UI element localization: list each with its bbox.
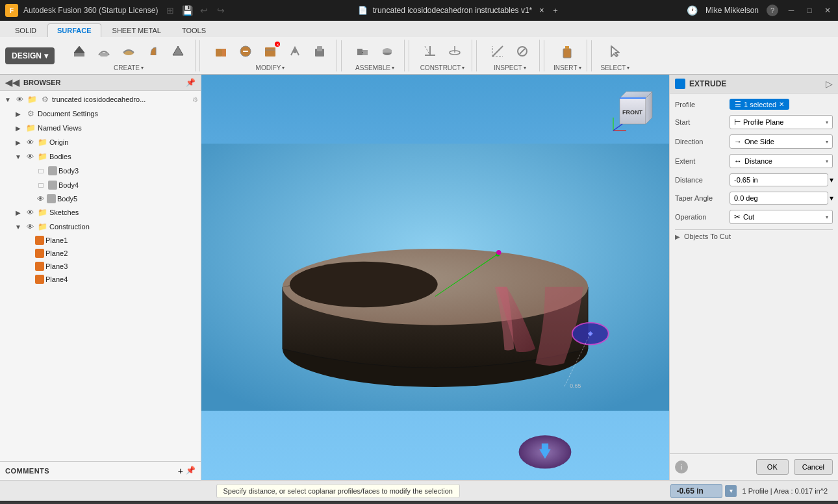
history-icon[interactable]: 🕐 [687, 5, 698, 16]
tree-item-construction[interactable]: ▼ 👁 📁 Construction [10, 220, 201, 234]
info-btn[interactable]: i [675, 460, 688, 473]
add-tab-btn[interactable]: ＋ [552, 6, 559, 15]
plane1-label: Plane1 [45, 236, 198, 244]
profile-clear-btn[interactable]: ✕ [779, 101, 784, 108]
objects-to-cut-row[interactable]: ▶ Objects To Cut [675, 233, 833, 240]
new-icon[interactable]: ⊞ [163, 3, 177, 18]
root-eye[interactable]: 👁 [14, 94, 25, 105]
tab-surface[interactable]: SURFACE [47, 23, 101, 37]
tree-item-body3[interactable]: □ Body3 [21, 164, 201, 178]
doc-settings-gear-icon: ⚙ [25, 108, 36, 120]
close-btn[interactable]: ✕ [822, 5, 833, 16]
select-btn1[interactable] [603, 40, 627, 63]
construct-btn2[interactable] [443, 40, 466, 63]
design-btn[interactable]: DESIGN ▾ [5, 47, 55, 64]
view-cube[interactable]: FRONT [607, 85, 659, 137]
tree-item-bodies[interactable]: ▼ 👁 📁 Bodies [10, 149, 201, 164]
taper-input[interactable] [730, 192, 828, 205]
svg-point-33 [496, 250, 501, 255]
ok-button[interactable]: OK [756, 459, 789, 475]
profile-chip[interactable]: ☰ 1 selected ✕ [730, 99, 789, 110]
tree-item-plane1[interactable]: Plane1 [21, 234, 201, 247]
inspect-btn1[interactable] [486, 40, 509, 63]
inspect-btn2[interactable] [511, 40, 534, 63]
distance-input[interactable] [730, 173, 828, 186]
construction-arrow[interactable]: ▼ [13, 221, 23, 232]
root-arrow[interactable]: ▼ [3, 94, 13, 105]
operation-select[interactable]: ✂ Cut ▾ [730, 210, 833, 224]
undo-icon[interactable]: ↩ [197, 3, 211, 18]
direction-select[interactable]: → One Side ▾ [730, 134, 833, 149]
tree-item-named-views[interactable]: ▶ 📁 Named Views [10, 121, 201, 135]
tree-item-sketches[interactable]: ▶ 👁 📁 Sketches [10, 205, 201, 220]
extrude-expand-btn[interactable]: ▷ [826, 79, 833, 89]
comments-expand-btn[interactable]: + [178, 466, 183, 476]
sketches-arrow[interactable]: ▶ [13, 207, 23, 218]
construct-btn1[interactable] [418, 40, 442, 63]
distance-overlay-input[interactable] [670, 484, 722, 498]
tab-tools[interactable]: TOOLS [172, 23, 216, 37]
origin-eye[interactable]: 👁 [25, 137, 35, 147]
svg-text:0.65: 0.65 [570, 383, 581, 389]
start-value: Profile Plane [743, 118, 783, 126]
toolbar-tabs: SOLID SURFACE SHEET METAL TOOLS [0, 21, 838, 37]
sketches-eye[interactable]: 👁 [25, 207, 35, 218]
extent-select[interactable]: ↔ Distance ▾ [730, 154, 833, 168]
svg-line-46 [613, 124, 622, 131]
svg-rect-0 [74, 53, 84, 57]
insert-btn1[interactable] [555, 40, 579, 63]
tree-item-body5[interactable]: 👁 Body5 [21, 192, 201, 205]
tree-item-root[interactable]: ▼ 👁 📁 ⚙ truncated icosidodecahedro... ⚙ [0, 92, 201, 107]
construction-eye[interactable]: 👁 [25, 221, 35, 232]
collapse-browser-btn[interactable]: ◀◀ [5, 77, 19, 88]
doc-settings-arrow[interactable]: ▶ [13, 108, 23, 119]
viewport[interactable]: 0.65 [201, 75, 669, 480]
tree-item-origin[interactable]: ▶ 👁 📁 Origin [10, 135, 201, 149]
tree-item-doc-settings[interactable]: ▶ ⚙ Document Settings [10, 107, 201, 121]
assemble-btn2[interactable] [375, 40, 399, 63]
assemble-btn1[interactable] [351, 40, 374, 63]
tree-item-plane3[interactable]: Plane3 [21, 260, 201, 273]
root-gear-icon: ⚙ [39, 94, 51, 105]
extrude-btn[interactable] [68, 40, 91, 63]
root-settings-icon[interactable]: ⚙ [192, 96, 198, 103]
redo-icon[interactable]: ↪ [214, 3, 228, 18]
modify-btn4[interactable] [283, 40, 307, 63]
construct-group: CONSTRUCT ▾ [413, 40, 472, 71]
bodies-arrow[interactable]: ▼ [13, 151, 23, 162]
comments-pin-btn[interactable]: 📌 [186, 466, 196, 476]
status-expand-btn[interactable]: ▾ [725, 485, 737, 497]
named-views-arrow[interactable]: ▶ [13, 123, 23, 133]
operation-control: ✂ Cut ▾ [730, 210, 833, 224]
svg-point-30 [290, 262, 438, 308]
help-btn[interactable]: ? [767, 5, 778, 16]
modify-btn2[interactable] [234, 40, 257, 63]
modify-btn3[interactable]: ✕ [259, 40, 282, 63]
origin-arrow[interactable]: ▶ [13, 137, 23, 147]
body5-eye[interactable]: 👁 [35, 194, 45, 204]
create-loft-btn[interactable] [166, 40, 190, 63]
tree-item-plane2[interactable]: Plane2 [21, 247, 201, 260]
create-form-btn[interactable] [92, 40, 116, 63]
save-icon[interactable]: 💾 [180, 3, 194, 18]
tab-sheet-metal[interactable]: SHEET METAL [103, 23, 171, 37]
insert-label: INSERT ▾ [553, 64, 581, 71]
tree-item-plane4[interactable]: Plane4 [21, 273, 201, 286]
close-tab-btn[interactable]: × [540, 6, 544, 15]
assemble-group: ASSEMBLE ▾ [346, 40, 405, 71]
tree-item-body4[interactable]: □ Body4 [21, 178, 201, 192]
profile-count-icon: ☰ [735, 100, 741, 108]
browser-pin[interactable]: 📌 [186, 78, 196, 87]
origin-label: Origin [49, 138, 198, 146]
minimize-btn[interactable]: ─ [786, 5, 796, 16]
objects-arrow[interactable]: ▶ [675, 233, 680, 240]
modify-btn1[interactable] [209, 40, 233, 63]
tab-solid[interactable]: SOLID [5, 23, 46, 37]
modify-btn5[interactable] [308, 40, 331, 63]
create-revolve-btn[interactable] [142, 40, 165, 63]
start-select[interactable]: ⊢ Profile Plane ▾ [730, 115, 833, 129]
cancel-button[interactable]: Cancel [794, 459, 833, 475]
create-patch-btn[interactable] [117, 40, 140, 63]
maximize-btn[interactable]: □ [804, 5, 815, 16]
bodies-eye[interactable]: 👁 [25, 151, 35, 162]
